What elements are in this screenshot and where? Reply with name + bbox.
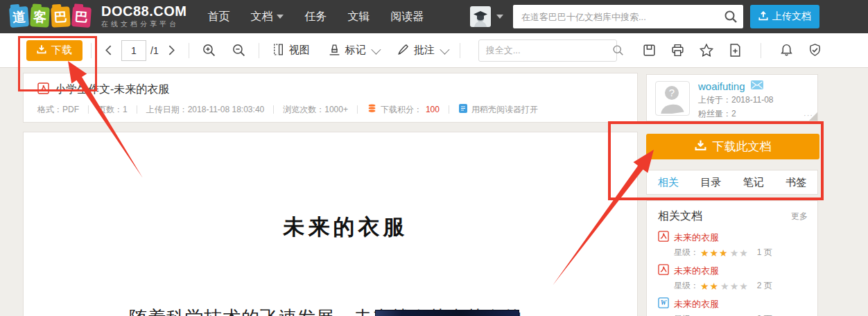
meta-format: 格式：PDF: [37, 104, 79, 116]
meta-upload-date: 上传日期：2018-11-08 18:03:40: [146, 104, 265, 116]
save-icon[interactable]: [638, 40, 661, 60]
download-icon: [695, 139, 706, 155]
stars-filled: ★★: [700, 314, 719, 316]
tab-toc[interactable]: 目录: [700, 176, 721, 189]
fulltext-search: [478, 40, 617, 62]
logo-folder-icon: 巴: [51, 6, 70, 27]
document-title: 小学生作文-未来的衣服: [55, 82, 169, 97]
prev-page-button[interactable]: [100, 42, 117, 59]
brand-name: DOC88.COM: [101, 4, 186, 18]
related-doc-link[interactable]: 未来的衣服: [674, 265, 719, 277]
related-doc-link[interactable]: 未来的衣服: [674, 298, 719, 310]
open-with-reader-link[interactable]: 用稻壳阅读器打开: [458, 103, 538, 116]
chevron-down-icon: [371, 44, 381, 54]
divider: [460, 43, 460, 58]
upload-doc-button[interactable]: 上传文档: [750, 5, 819, 28]
stars-filled: ★★★: [700, 247, 729, 258]
bell-icon[interactable]: [775, 40, 798, 60]
upload-icon: [758, 11, 768, 23]
nav-reader[interactable]: 阅读器: [390, 10, 424, 24]
nav-label: 首页: [207, 10, 229, 24]
fans-count: 粉丝量：2: [698, 108, 774, 120]
nav-home[interactable]: 首页: [207, 10, 229, 24]
tab-notes[interactable]: 笔记: [743, 176, 764, 189]
account-menu[interactable]: [470, 6, 503, 27]
nav-label: 阅读器: [390, 10, 424, 24]
stars-filled: ★★: [700, 281, 719, 292]
stars-empty: ★★★: [720, 281, 749, 292]
divider: [91, 43, 92, 58]
divider: [761, 43, 761, 58]
view-icon: [272, 43, 285, 58]
stars-empty: ★★★: [720, 314, 749, 316]
uploaded-date: 上传于：2018-11-08: [698, 94, 774, 106]
download-label: 下载: [51, 44, 72, 57]
print-icon[interactable]: [666, 40, 689, 60]
chevron-down-icon: [496, 15, 503, 19]
corner-fold: [809, 112, 817, 121]
star-rating-label: 星级：: [674, 247, 699, 258]
main-nav: 首页 文档 任务 文辑 阅读器: [207, 10, 424, 24]
meta-views: 浏览次数：1000+: [283, 104, 348, 116]
svg-text:W: W: [661, 299, 667, 306]
next-page-button[interactable]: [163, 42, 180, 59]
related-doc-link[interactable]: 未来的衣服: [674, 231, 719, 244]
chevron-down-icon: [440, 44, 449, 54]
related-doc-item: 未来的衣服 星级： ★★★ ★★ 1 页: [647, 228, 817, 258]
shield-check-icon[interactable]: [804, 40, 826, 60]
mark-label: 标记: [345, 44, 366, 57]
related-doc-item: W 未来的衣服 星级： ★★ ★★★ 2 页: [647, 295, 817, 316]
credit-value: 100: [426, 105, 440, 114]
page-number-input[interactable]: [121, 40, 146, 61]
nav-docs[interactable]: 文档: [250, 10, 284, 24]
doc88-logo[interactable]: 道 客 巴 巴: [10, 7, 93, 27]
coins-icon: [367, 103, 377, 116]
stars-empty: ★★: [730, 247, 749, 258]
divider: [357, 105, 358, 114]
annotate-label: 批注: [414, 44, 435, 57]
avatar[interactable]: ?: [655, 81, 690, 116]
graduate-avatar-icon: [470, 6, 491, 27]
annotate-button[interactable]: 批注: [392, 40, 451, 61]
view-mode-button[interactable]: 视图: [268, 40, 314, 61]
related-docs-card: 相关文档 更多 未来的衣服 星级： ★★★ ★★ 1 页 未来: [646, 200, 818, 316]
divider: [259, 43, 259, 58]
mail-icon[interactable]: [751, 80, 763, 92]
sidebar-tabs: 相关 目录 笔记 书签: [646, 170, 818, 195]
logo-folder-icon: 道: [9, 6, 29, 28]
toolbar-right-icons: [638, 33, 826, 67]
search-icon[interactable]: [612, 44, 624, 56]
zoom-in-icon[interactable]: [198, 40, 220, 60]
tab-bookmarks[interactable]: 书签: [785, 176, 806, 189]
brand-block[interactable]: DOC88.COM 在线文档分享平台: [101, 4, 186, 29]
more-link[interactable]: 更多: [791, 211, 808, 222]
related-doc-item: 未来的衣服 星级： ★★ ★★★ 2 页: [647, 261, 817, 292]
pdf-icon: [658, 264, 669, 278]
zoom-out-icon[interactable]: [227, 40, 250, 60]
download-this-doc-button[interactable]: 下载此文档: [646, 134, 819, 159]
reader-toolbar: 下载 /1 视图 标记: [0, 33, 868, 68]
page-total-label: /1: [150, 45, 159, 56]
nav-label: 文辑: [347, 10, 370, 24]
doc88-page: 道 客 巴 巴 DOC88.COM 在线文档分享平台 首页 文档 任务 文辑 阅…: [0, 0, 868, 316]
marker-icon: [328, 43, 341, 58]
download-button[interactable]: 下载: [26, 40, 83, 61]
related-doc-pages: 2 页: [757, 280, 772, 292]
meta-credit: 下载积分：100: [367, 103, 440, 116]
document-preview-page[interactable]: 未来的衣服 随着科学技术的飞速发展，未来就会越来越多的: [23, 132, 638, 316]
divider: [189, 43, 189, 58]
site-search-input[interactable]: [513, 12, 724, 22]
fulltext-search-input[interactable]: [479, 45, 612, 55]
nav-collections[interactable]: 文辑: [347, 10, 370, 24]
divider: [88, 105, 89, 114]
related-docs-title: 相关文档: [658, 209, 702, 224]
nav-tasks[interactable]: 任务: [304, 10, 327, 24]
search-icon[interactable]: [724, 10, 738, 24]
tab-related[interactable]: 相关: [658, 176, 679, 189]
favorite-icon[interactable]: [695, 40, 718, 61]
uploader-name[interactable]: woaifuting: [698, 80, 745, 92]
preview-doc-title: 未来的衣服: [24, 213, 637, 242]
doc-add-icon[interactable]: [724, 40, 747, 60]
svg-text:?: ?: [669, 87, 675, 98]
mark-button[interactable]: 标记: [324, 40, 383, 61]
